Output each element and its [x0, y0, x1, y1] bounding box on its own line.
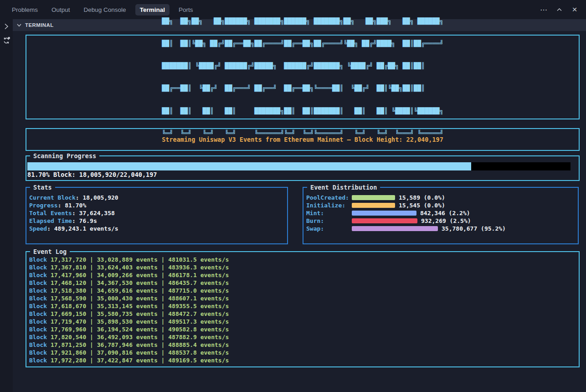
stat-speed: Speed: 489,243.1 events/s	[29, 225, 284, 232]
stream-subtitle: Streaming Uniswap V3 Events from Ethereu…	[162, 136, 443, 143]
log-row-text: 17,468,120 | 34,367,530 events | 486435.…	[47, 279, 229, 286]
scanning-progress-title: Scanning Progress	[30, 152, 99, 160]
event-log-row: Block 17,468,120 | 34,367,530 events | 4…	[29, 279, 576, 287]
scanning-progress-box: Scanning Progress 81.70% Block: 18,005,9…	[26, 155, 580, 181]
distribution-row-swap: Swap: 35,780,677 (95.2%)	[306, 225, 575, 232]
distribution-label: Initialize:	[306, 202, 352, 209]
distribution-label: Swap:	[306, 225, 352, 232]
distribution-value: 15,545 (0.0%)	[399, 202, 445, 209]
distribution-label: Mint:	[306, 210, 352, 217]
tab-output[interactable]: Output	[47, 4, 75, 15]
stat-value: : 81.70%	[58, 202, 87, 209]
log-row-text: 17,317,720 | 33,028,889 events | 481031.…	[47, 256, 229, 263]
log-row-text: 17,871,250 | 36,787,946 events | 488885.…	[47, 341, 229, 348]
log-block-label: Block	[29, 295, 47, 302]
progress-label: 81.70% Block: 18,005,920/22,040,197	[27, 170, 571, 179]
sync-icon[interactable]	[2, 36, 10, 45]
log-block-label: Block	[29, 287, 47, 294]
distribution-bar	[352, 211, 416, 216]
panel-window-controls: ⋯ ×	[538, 4, 581, 15]
progress-bar-fill	[27, 162, 471, 170]
log-row-text: 17,769,960 | 36,194,524 events | 490582.…	[47, 326, 229, 333]
log-row-text: 17,669,150 | 35,580,735 events | 488472.…	[47, 310, 229, 317]
log-block-label: Block	[29, 357, 47, 364]
log-block-label: Block	[29, 264, 47, 271]
log-block-label: Block	[29, 341, 47, 348]
log-block-label: Block	[29, 279, 47, 286]
more-actions-icon[interactable]: ⋯	[538, 4, 550, 15]
event-log-box: Event Log Block 17,317,720 | 33,028,889 …	[26, 251, 580, 367]
stat-current-block: Current Block: 18,005,920	[29, 194, 284, 201]
distribution-value: 842,346 (2.2%)	[420, 210, 470, 217]
stat-label: Progress	[29, 202, 58, 209]
distribution-bar	[352, 203, 395, 208]
stat-value: : 37,624,358	[72, 210, 115, 217]
log-row-text: 17,820,540 | 36,492,093 events | 487882.…	[47, 334, 229, 340]
log-row-text: 17,518,380 | 34,659,616 events | 487715.…	[47, 287, 229, 294]
banner-line: ███████║ ╚████╔╝ ██████╔╝█████╗ ██████╔╝…	[162, 62, 443, 69]
stat-label: Total Events	[29, 210, 72, 217]
chevron-down-icon[interactable]	[16, 22, 22, 28]
distribution-row-initialize: Initialize: 15,545 (0.0%)	[306, 201, 575, 209]
event-log-row: Block 17,972,280 | 37,422,847 events | 4…	[29, 356, 576, 364]
log-row-text: 17,417,960 | 34,009,266 events | 486178.…	[47, 272, 229, 279]
event-log-row: Block 17,820,540 | 36,492,093 events | 4…	[29, 333, 576, 341]
stat-label: Elapsed Time	[29, 217, 72, 224]
log-block-label: Block	[29, 326, 47, 333]
stat-value: : 489,243.1 events/s	[47, 225, 118, 232]
subtitle-box: Streaming Uniswap V3 Events from Ethereu…	[26, 128, 580, 151]
stat-progress: Progress: 81.70%	[29, 201, 284, 209]
log-block-label: Block	[29, 349, 47, 356]
banner-line: ██║ ██║ ██║ ██║ ███████╗██║ ██║███████║ …	[162, 107, 443, 114]
distribution-value: 932,269 (2.5%)	[421, 217, 471, 224]
log-row-text: 17,568,590 | 35,000,430 events | 488607.…	[47, 295, 229, 302]
event-log-row: Block 17,417,960 | 34,009,266 events | 4…	[29, 271, 576, 279]
event-log-row: Block 17,719,470 | 35,898,530 events | 4…	[29, 318, 576, 325]
distribution-row-burn: Burn: 932,269 (2.5%)	[306, 217, 575, 225]
log-block-label: Block	[29, 318, 47, 325]
event-log-row: Block 17,871,250 | 36,787,946 events | 4…	[29, 341, 576, 349]
log-row-text: 17,618,670 | 35,313,145 events | 489355.…	[47, 303, 229, 309]
stat-label: Speed	[29, 225, 47, 232]
log-row-text: 17,367,810 | 33,624,403 events | 483936.…	[47, 264, 229, 271]
distribution-bar	[352, 226, 438, 231]
stats-box: Stats Current Block: 18,005,920 Progress…	[26, 187, 288, 244]
stat-label: Current Block	[29, 194, 76, 201]
expand-chevron-icon[interactable]	[3, 23, 10, 30]
stat-elapsed-time: Elapsed Time: 76.9s	[29, 217, 284, 225]
close-panel-icon[interactable]: ×	[569, 4, 581, 15]
event-log-title: Event Log	[30, 248, 70, 256]
panel-body: TERMINAL ██╗ ██╗██╗ ██╗██████╗ ███████╗█…	[0, 19, 586, 392]
log-block-label: Block	[29, 256, 47, 263]
log-block-label: Block	[29, 272, 47, 279]
distribution-value: 35,780,677 (95.2%)	[442, 225, 506, 232]
distribution-label: Burn:	[306, 217, 352, 224]
event-log-row: Block 17,769,960 | 36,194,524 events | 4…	[29, 325, 576, 333]
distribution-row-mint: Mint: 842,346 (2.2%)	[306, 209, 575, 217]
progress-bar-track	[27, 162, 571, 170]
stat-total-events: Total Events: 37,624,358	[29, 209, 284, 217]
log-row-text: 17,972,280 | 37,422,847 events | 489169.…	[47, 357, 229, 364]
terminal-viewport[interactable]: ██╗ ██╗██╗ ██╗██████╗ ███████╗██████╗ ██…	[13, 31, 586, 392]
distribution-bar	[352, 195, 395, 200]
event-log-row: Block 17,367,810 | 33,624,403 events | 4…	[29, 263, 576, 271]
stat-value: : 76.9s	[72, 217, 97, 224]
maximize-panel-icon[interactable]	[553, 4, 565, 15]
event-log-row: Block 17,317,720 | 33,028,889 events | 4…	[29, 256, 576, 263]
distribution-label: PoolCreated:	[306, 194, 352, 201]
stat-value: : 18,005,920	[76, 194, 118, 201]
panel-side-strip	[0, 19, 13, 392]
log-row-text: 17,719,470 | 35,898,530 events | 489517.…	[47, 318, 229, 325]
tab-problems[interactable]: Problems	[7, 4, 42, 15]
tab-debug-console[interactable]: Debug Console	[79, 4, 131, 15]
terminal-panel: TERMINAL ██╗ ██╗██╗ ██╗██████╗ ███████╗█…	[13, 19, 586, 392]
banner-line: ██╗ ██╗██╗ ██╗██████╗ ███████╗██████╗ ██…	[162, 17, 443, 25]
log-block-label: Block	[29, 303, 47, 309]
banner-line: ██╔══██║ ╚██╔╝ ██╔═══╝ ██╔══╝ ██╔══██╗╚═…	[162, 84, 443, 92]
log-row-text: 17,921,860 | 37,090,816 events | 488537.…	[47, 349, 229, 356]
event-log-row: Block 17,518,380 | 34,659,616 events | 4…	[29, 287, 576, 294]
panel-title: TERMINAL	[25, 22, 54, 28]
banner-box: ██╗ ██╗██╗ ██╗██████╗ ███████╗██████╗ ██…	[26, 35, 580, 119]
log-block-label: Block	[29, 334, 47, 340]
event-log-row: Block 17,921,860 | 37,090,816 events | 4…	[29, 349, 576, 356]
